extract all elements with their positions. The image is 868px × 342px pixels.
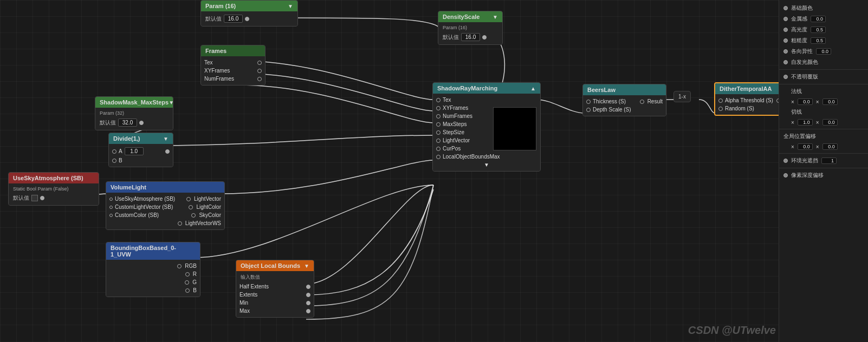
volume-light-header[interactable]: VolumeLight	[106, 182, 224, 193]
beers-result-pin	[640, 100, 644, 104]
obj-half-extents-label: Half Extents	[239, 284, 269, 290]
object-local-bounds-chevron[interactable]: ▼	[304, 263, 309, 269]
rp-anisotropy-value[interactable]: 0.0	[816, 48, 831, 55]
divide-b-label: B	[119, 157, 122, 163]
beers-law-label: BeersLaw	[587, 87, 616, 93]
one-minus-label: 1-x	[678, 94, 686, 100]
param-16-chevron[interactable]: ▼	[288, 3, 293, 9]
shadow-ray-marching-label: ShadowRayMarching	[437, 85, 497, 91]
divide-a-value[interactable]: 1.0	[125, 147, 144, 155]
rp-ao-value[interactable]: 1	[821, 157, 837, 164]
rp-world-offset-x-value[interactable]: 0.0	[798, 143, 813, 150]
divide-node: Divide(1,) ▼ A 1.0 B	[108, 133, 173, 167]
volume-light-lightvec-label: LightVector	[194, 196, 221, 202]
density-scale-chevron[interactable]: ▼	[493, 14, 498, 20]
rp-pixel-depth: 像素深度偏移	[779, 170, 868, 181]
beers-law-header[interactable]: BeersLaw	[583, 84, 666, 95]
srm-stepsize-pin	[436, 130, 441, 135]
frames-xyframes-row: XYFrames	[201, 67, 265, 75]
volume-light-customc-label: CustomColor (SB)	[115, 212, 159, 218]
rp-normal-x-value[interactable]: 0.0	[798, 98, 813, 105]
object-local-bounds-label: Object Local Bounds	[241, 262, 300, 269]
rp-emissive-color: 自发光颜色	[779, 57, 868, 68]
param-16-label: Param (16)	[205, 3, 236, 9]
bounding-box-g-pin	[185, 280, 189, 285]
shadow-ray-marching-header[interactable]: ShadowRayMarching ▲	[433, 83, 540, 94]
obj-extents-pin	[306, 293, 310, 297]
divide-header[interactable]: Divide(1,) ▼	[109, 133, 173, 144]
rp-tangent-x: × 1.0 × 0.0	[779, 117, 868, 127]
bounding-box-header[interactable]: BoundingBoxBased_0-1_UVW	[106, 242, 200, 260]
rp-world-offset-x-value2[interactable]: 0.0	[822, 143, 838, 150]
bounding-box-label: BoundingBoxBased_0-1_UVW	[111, 245, 196, 258]
rp-specular-dot	[783, 28, 788, 32]
shadowmask-value[interactable]: 32.0	[118, 119, 137, 127]
rp-tangent-x-label2: ×	[816, 120, 819, 126]
rp-tangent-x-value2[interactable]: 0.0	[822, 119, 838, 126]
divide-chevron[interactable]: ▼	[163, 136, 169, 142]
use-sky-atmosphere-checkbox[interactable]	[31, 195, 38, 201]
srm-numframes-label: NumFrames	[443, 113, 472, 119]
divide-a-label: A	[119, 148, 122, 154]
rp-normal-label: 法线	[783, 88, 802, 95]
rp-normal-x-value2[interactable]: 0.0	[822, 98, 838, 105]
rp-metallic-value[interactable]: 0.0	[811, 16, 826, 22]
frames-label: Frames	[205, 48, 226, 54]
object-local-bounds-header[interactable]: Object Local Bounds ▼	[236, 260, 314, 271]
beers-thickness-input-pin	[586, 100, 591, 104]
obj-min-row: Min	[236, 299, 314, 307]
frames-tex-row: Tex	[201, 58, 265, 67]
dither-random-pin	[718, 107, 723, 111]
rp-roughness-value[interactable]: 0.5	[811, 37, 826, 44]
density-scale-header[interactable]: DensityScale ▼	[438, 11, 502, 22]
srm-localobjbounds-label: LocalObjectBoundsMax	[443, 154, 500, 160]
bounding-box-b-row: B	[106, 286, 200, 294]
beers-depthscale-pin	[586, 108, 591, 112]
srm-curpos-label: CurPos	[443, 146, 461, 152]
rp-metallic-dot	[783, 17, 788, 21]
rp-world-offset-label: 全局位置偏移	[783, 133, 816, 140]
srm-curpos-pin	[436, 147, 441, 151]
srm-xyframes-pin	[436, 106, 441, 110]
use-sky-atmosphere-header[interactable]: UseSkyAtmosphere (SB)	[9, 173, 99, 183]
rp-anisotropy-label: 各向异性	[791, 48, 813, 55]
rp-world-offset-x-label2: ×	[816, 144, 819, 150]
shadowmask-output-pin	[139, 121, 144, 125]
rp-world-offset-x-label: ×	[783, 144, 794, 150]
param-16-value[interactable]: 16.0	[224, 15, 243, 23]
srm-lightvector-pin	[436, 139, 441, 143]
param-16-output-pin	[245, 17, 249, 21]
volume-light-useatm-label: UseSkyAtmosphere (SB)	[115, 196, 175, 202]
srm-tex-row: Tex	[433, 96, 540, 104]
right-panel: 基础颜色 金属感 0.0 高光度 0.5 粗糙度 0.5 各向异性 0.0 自发…	[779, 0, 868, 342]
rp-anisotropy: 各向异性 0.0	[779, 46, 868, 57]
beers-depthscale-row: Depth Scale (S)	[583, 106, 666, 114]
rp-normal: 法线	[779, 86, 868, 97]
frames-header[interactable]: Frames	[201, 45, 265, 56]
shadow-ray-marching-chevron[interactable]: ▲	[530, 86, 536, 91]
rp-specular-value[interactable]: 0.5	[811, 27, 826, 33]
srm-expand-chevron[interactable]: ▼	[484, 162, 489, 168]
srm-tex-pin	[436, 98, 441, 102]
density-scale-output-pin	[482, 35, 487, 40]
rp-tangent-x-label: ×	[783, 120, 794, 126]
bounding-box-node: BoundingBoxBased_0-1_UVW RGB R G B	[106, 242, 200, 297]
param-16-header[interactable]: Param (16) ▼	[201, 1, 297, 11]
srm-expand-row[interactable]: ▼	[433, 161, 540, 169]
srm-localobjbounds-pin	[436, 155, 441, 159]
volume-light-skycolor-pin	[191, 213, 196, 218]
divide-label: Divide(1,)	[113, 135, 140, 142]
density-scale-value[interactable]: 16.0	[461, 33, 480, 41]
use-sky-atmosphere-output-pin	[40, 196, 44, 200]
srm-numframes-pin	[436, 114, 441, 119]
rp-tangent-x-value[interactable]: 1.0	[798, 119, 813, 126]
volume-light-label: VolumeLight	[111, 184, 146, 190]
rp-roughness-label: 粗糙度	[791, 37, 807, 44]
rp-roughness-dot	[783, 38, 788, 43]
density-scale-subtext: Param (16)	[438, 24, 502, 32]
obj-max-row: Max	[236, 307, 314, 315]
shadowmask-chevron[interactable]: ▼	[169, 100, 174, 106]
shadowmask-header[interactable]: ShadowMask_MaxSteps ▼	[95, 97, 173, 108]
beers-depthscale-label: Depth Scale (S)	[593, 107, 631, 113]
use-sky-atmosphere-default-row: 默认值	[9, 193, 99, 203]
